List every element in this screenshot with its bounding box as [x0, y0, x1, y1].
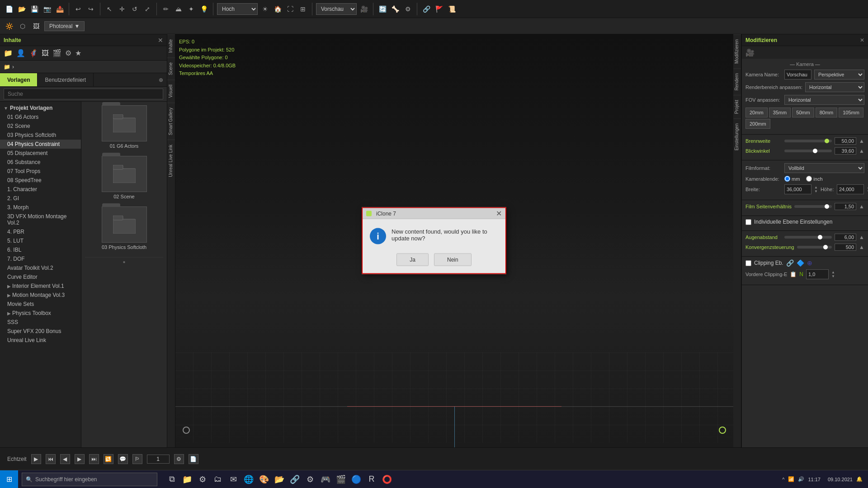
taskbar-app-taskview[interactable]: ⧉: [165, 472, 179, 487]
dialog-title: iClone 7: [366, 210, 396, 216]
start-button[interactable]: ⊞: [0, 470, 18, 488]
dialog-body: i New content found, would you like to u…: [363, 219, 505, 253]
taskbar: ⊞ 🔍 Suchbegriff hier eingeben ⧉ 📁 ⚙ 🗂 ✉ …: [0, 470, 868, 488]
dialog-buttons: Ja Nein: [363, 253, 505, 273]
taskbar-app-paint[interactable]: 🎨: [257, 472, 271, 487]
taskbar-app-settings[interactable]: ⚙: [195, 472, 210, 487]
search-icon: 🔍: [26, 476, 33, 483]
taskbar-app-link[interactable]: 🔗: [288, 472, 302, 487]
taskbar-search[interactable]: 🔍 Suchbegriff hier eingeben: [22, 473, 157, 486]
dialog-close-btn[interactable]: ✕: [496, 209, 502, 218]
dialog-title-text: iClone 7: [376, 210, 396, 216]
systray-date: 09.10.2021: [828, 477, 853, 482]
taskbar-app-blender[interactable]: 🔵: [349, 472, 363, 487]
systray-show-icon[interactable]: ^: [782, 477, 784, 482]
taskbar-search-text: Suchbegriff hier eingeben: [35, 476, 97, 483]
taskbar-app-folder3[interactable]: 📂: [272, 472, 287, 487]
systray-network-icon[interactable]: 📶: [788, 476, 794, 482]
dialog-nein-btn[interactable]: Nein: [434, 253, 472, 266]
dialog-info-icon: i: [370, 228, 386, 244]
taskbar-app-game[interactable]: 🎮: [318, 472, 333, 487]
taskbar-app-folder2[interactable]: 🗂: [211, 472, 225, 487]
dialog: iClone 7 ✕ i New content found, would yo…: [362, 207, 506, 274]
dialog-message: New content found, would you like to upd…: [392, 228, 498, 242]
taskbar-app-media[interactable]: 🎬: [334, 472, 348, 487]
systray-volume-icon[interactable]: 🔊: [798, 476, 804, 482]
dialog-titlebar: iClone 7 ✕: [363, 208, 505, 219]
dialog-ja-btn[interactable]: Ja: [396, 253, 429, 266]
systray-notify-icon[interactable]: 🔔: [856, 476, 863, 482]
taskbar-app-gear[interactable]: ⚙: [303, 472, 317, 487]
systray-clock: 11:17: [808, 477, 821, 482]
taskbar-app-browser[interactable]: 🌐: [241, 472, 256, 487]
taskbar-app-mail[interactable]: ✉: [226, 472, 241, 487]
iclone-logo-icon: [366, 211, 372, 216]
taskbar-apps: ⧉ 📁 ⚙ 🗂 ✉ 🌐 🎨 📂 🔗 ⚙ 🎮 🎬 🔵 R ⭕: [161, 472, 398, 487]
dialog-overlay: iClone 7 ✕ i New content found, would yo…: [0, 0, 868, 488]
taskbar-systray: ^ 📶 🔊 11:17 09.10.2021 🔔: [777, 476, 868, 482]
taskbar-app-r[interactable]: R: [364, 472, 379, 487]
taskbar-app-circle[interactable]: ⭕: [380, 472, 394, 487]
taskbar-app-explorer[interactable]: 📁: [180, 472, 194, 487]
